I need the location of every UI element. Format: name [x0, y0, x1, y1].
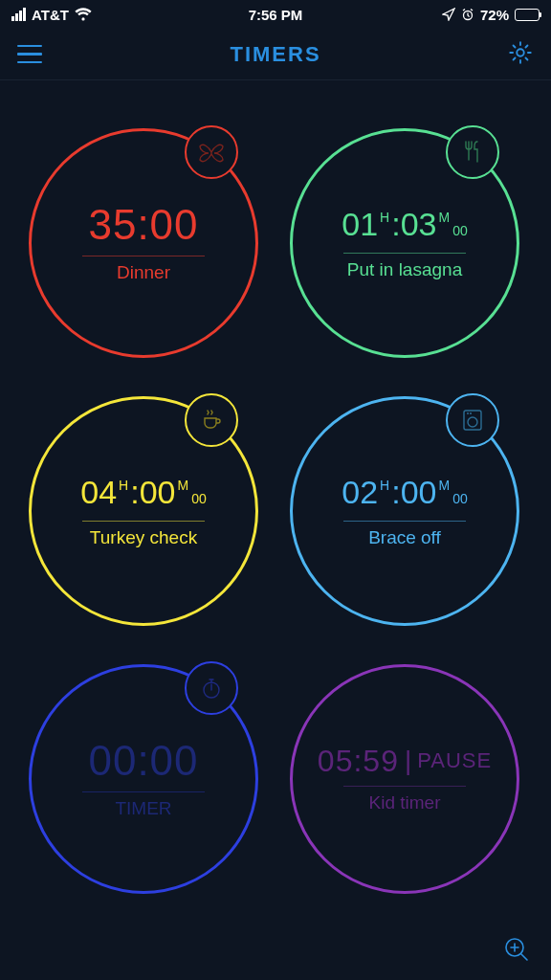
timer-category-badge: [446, 393, 499, 447]
washer-icon: [459, 407, 486, 434]
divider: [82, 521, 206, 522]
carrier-label: AT&T: [32, 7, 69, 23]
timer-time: 01H:03M00: [342, 206, 467, 243]
timer-category-badge: [185, 393, 238, 447]
timer-kid[interactable]: 05:59 | PAUSE Kid timer: [290, 664, 519, 894]
butterfly-icon: [197, 138, 226, 167]
wifi-icon: [75, 8, 92, 21]
menu-button[interactable]: [17, 45, 42, 64]
alarm-clock-icon: [461, 8, 474, 21]
timer-grid: 35:00 Dinner 01H:03M00 Put in lasagna 04…: [0, 80, 551, 913]
timer-time: 04H:00M00: [80, 474, 206, 511]
timer-label: Put in lasagna: [347, 259, 462, 280]
svg-point-3: [468, 417, 477, 427]
timer-time: 05:59: [318, 746, 399, 776]
divider: [82, 791, 206, 792]
utensils-icon: [459, 139, 486, 166]
timer-category-badge: [185, 125, 238, 179]
pause-label: PAUSE: [417, 748, 492, 773]
divider: [343, 786, 467, 787]
timer-label: Turkey check: [90, 527, 197, 548]
timer-brace[interactable]: 02H:00M00 Brace off: [290, 396, 519, 626]
page-title: TIMERS: [230, 42, 320, 67]
timer-turkey[interactable]: 04H:00M00 Turkey check: [29, 396, 258, 626]
status-right: 72%: [442, 7, 540, 23]
svg-point-4: [467, 412, 469, 414]
timer-category-badge: [185, 661, 238, 715]
status-bar: AT&T 7:56 PM 72%: [0, 0, 551, 29]
divider: [82, 256, 206, 256]
zoom-button[interactable]: [499, 932, 534, 967]
gear-icon: [507, 39, 534, 66]
timer-category-badge: [446, 125, 499, 179]
timer-label: TIMER: [115, 798, 171, 819]
timer-time-row: 05:59 | PAUSE: [318, 746, 492, 776]
stopwatch-icon: [198, 675, 225, 702]
nav-bar: TIMERS: [0, 29, 551, 80]
status-left: AT&T: [11, 7, 92, 23]
timer-time: 35:00: [88, 204, 198, 246]
timer-label: Kid timer: [369, 792, 441, 813]
divider: [343, 253, 467, 254]
svg-point-1: [517, 49, 523, 56]
timer-time: 02H:00M00: [342, 474, 467, 511]
timer-generic[interactable]: 00:00 TIMER: [29, 664, 258, 894]
settings-button[interactable]: [507, 39, 534, 70]
timer-label: Brace off: [368, 527, 441, 548]
svg-point-5: [470, 412, 472, 414]
timer-time: 00:00: [88, 740, 198, 782]
timer-lasagna[interactable]: 01H:03M00 Put in lasagna: [290, 128, 519, 358]
zoom-in-icon: [502, 935, 531, 964]
timer-label: Dinner: [117, 262, 170, 283]
cup-icon: [198, 407, 225, 434]
battery-icon: [515, 9, 540, 21]
timer-dinner[interactable]: 35:00 Dinner: [29, 128, 258, 358]
battery-percent: 72%: [480, 7, 509, 23]
divider: [343, 521, 467, 522]
cellular-signal-icon: [11, 8, 26, 21]
pause-separator: |: [405, 746, 411, 776]
location-arrow-icon: [442, 8, 455, 21]
status-time: 7:56 PM: [249, 7, 303, 23]
